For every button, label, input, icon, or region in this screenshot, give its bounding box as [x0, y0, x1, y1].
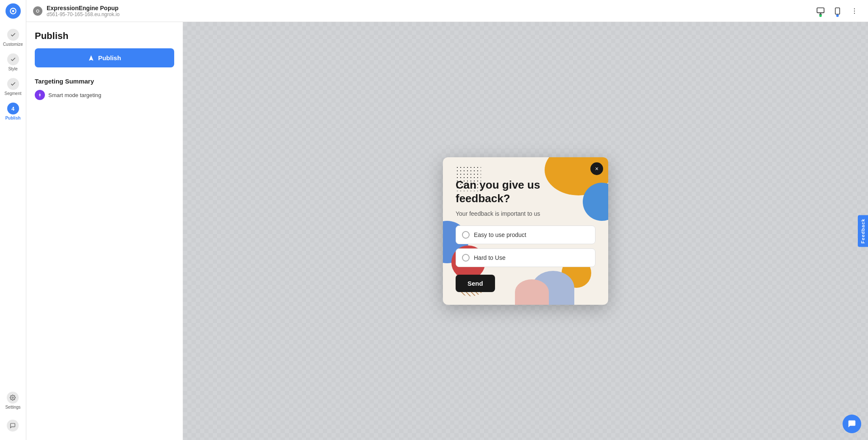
radio-circle-easy — [462, 231, 470, 239]
sidebar-item-publish[interactable]: 4 Publish — [0, 99, 26, 124]
svg-point-3 — [36, 10, 39, 12]
feedback-tab-container: Feedback — [858, 215, 868, 247]
radio-label-hard: Hard to Use — [474, 254, 506, 261]
sidebar-item-style[interactable]: Style — [0, 50, 26, 75]
smart-targeting-icon — [35, 90, 45, 100]
sidebar-bottom: Settings — [3, 388, 22, 440]
chat-bubble-button[interactable] — [843, 415, 861, 433]
topbar: ExpressionEngine Popup d561-95-70-165-16… — [26, 0, 868, 22]
sidebar-item-chat[interactable] — [3, 416, 22, 435]
sidebar-item-settings[interactable]: Settings — [3, 388, 22, 413]
publish-button-label: Publish — [98, 54, 121, 61]
device-icons — [814, 4, 861, 18]
feedback-tab-label: Feedback — [860, 219, 865, 244]
sidebar-item-segment[interactable]: Segment — [0, 75, 26, 99]
topbar-app-name: ExpressionEngine Popup — [47, 5, 120, 11]
app-logo[interactable] — [6, 3, 21, 19]
sidebar-publish-label: Publish — [5, 116, 20, 120]
mobile-view-button[interactable] — [831, 4, 844, 18]
content-area: Publish Publish Targeting Summary Smart … — [26, 22, 868, 440]
preview-area: × Can you give us feedback? Your feedbac… — [183, 22, 868, 440]
svg-point-12 — [39, 94, 41, 96]
popup-subtext: Your feedback is important to us — [456, 210, 595, 217]
svg-rect-4 — [817, 8, 824, 13]
customize-icon — [7, 29, 19, 41]
radio-circle-hard — [462, 254, 470, 262]
sidebar-customize-label: Customize — [3, 42, 23, 47]
radio-option-hard[interactable]: Hard to Use — [456, 248, 595, 267]
sidebar-segment-label: Segment — [4, 91, 21, 96]
panel-title: Publish — [35, 31, 174, 42]
settings-label: Settings — [5, 405, 20, 409]
svg-point-9 — [854, 8, 855, 9]
popup-content: Can you give us feedback? Your feedback … — [443, 157, 608, 304]
popup-modal: × Can you give us feedback? Your feedbac… — [443, 157, 608, 304]
left-panel: Publish Publish Targeting Summary Smart … — [26, 22, 183, 440]
close-icon: × — [595, 165, 598, 172]
desktop-view-button[interactable] — [814, 4, 827, 18]
radio-label-easy: Easy to use product — [474, 231, 526, 238]
targeting-title: Targeting Summary — [35, 78, 174, 85]
svg-point-2 — [12, 397, 14, 398]
topbar-info: ExpressionEngine Popup d561-95-70-165-16… — [47, 5, 120, 17]
settings-icon — [7, 392, 19, 404]
smart-targeting: Smart mode targeting — [35, 90, 174, 100]
style-icon — [7, 53, 19, 65]
sidebar-item-customize[interactable]: Customize — [0, 25, 26, 50]
sidebar-style-label: Style — [8, 67, 17, 71]
topbar-app-icon — [33, 6, 42, 16]
segment-icon — [7, 78, 19, 90]
publish-step-indicator: 4 — [7, 103, 19, 114]
radio-option-easy[interactable]: Easy to use product — [456, 226, 595, 244]
svg-point-1 — [12, 10, 14, 12]
main-area: ExpressionEngine Popup d561-95-70-165-16… — [26, 0, 868, 440]
send-button-label: Send — [467, 280, 483, 287]
sidebar: Customize Style Segment 4 Publish — [0, 0, 26, 440]
feedback-tab[interactable]: Feedback — [858, 215, 868, 247]
svg-point-11 — [854, 13, 855, 14]
topbar-domain: d561-95-70-165-168.eu.ngrok.io — [47, 11, 120, 17]
more-options-button[interactable] — [848, 4, 861, 18]
send-button[interactable]: Send — [456, 275, 495, 292]
smart-targeting-label: Smart mode targeting — [48, 92, 101, 98]
svg-point-10 — [854, 10, 855, 11]
chat-icon — [7, 420, 19, 432]
publish-button[interactable]: Publish — [35, 48, 174, 67]
popup-heading: Can you give us feedback? — [456, 178, 595, 205]
